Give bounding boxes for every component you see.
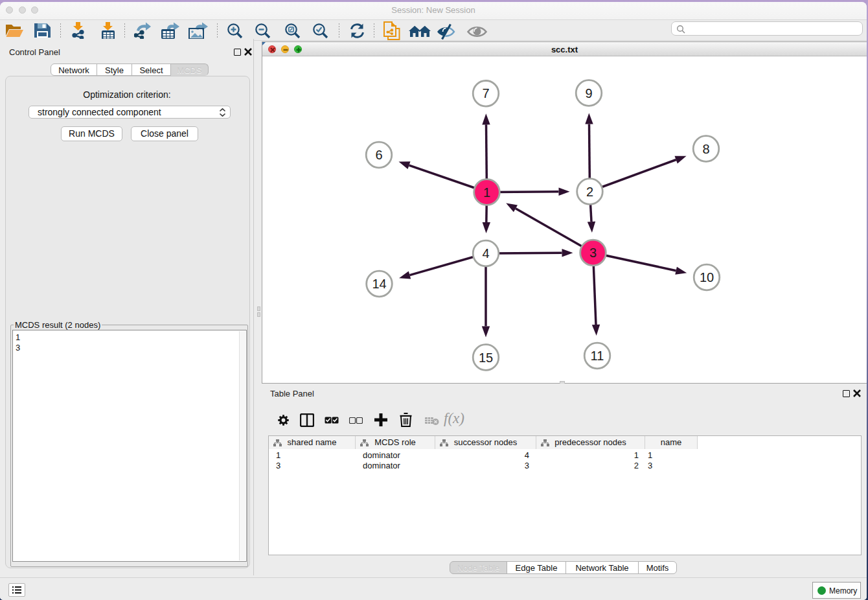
svg-text:4: 4 <box>482 246 489 260</box>
svg-text:9: 9 <box>585 86 592 100</box>
svg-text:6: 6 <box>375 148 382 162</box>
svg-text:1: 1 <box>483 185 490 200</box>
svg-text:15: 15 <box>479 351 493 365</box>
svg-text:8: 8 <box>702 142 709 156</box>
svg-text:11: 11 <box>591 349 604 363</box>
svg-text:10: 10 <box>700 270 714 284</box>
svg-text:7: 7 <box>482 86 489 100</box>
svg-text:14: 14 <box>372 277 386 291</box>
svg-text:3: 3 <box>589 246 597 260</box>
svg-text:2: 2 <box>586 185 593 199</box>
